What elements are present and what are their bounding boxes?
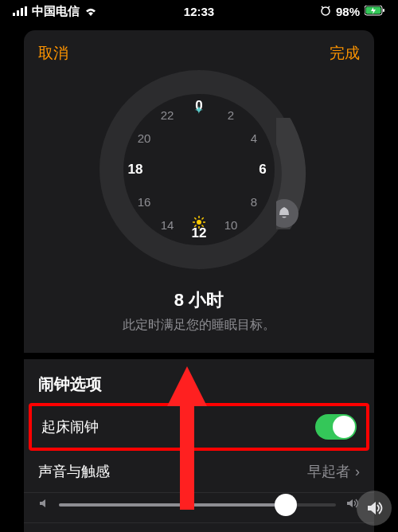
dial-hour-6: 6 [251, 162, 275, 178]
sound-haptics-value: 早起者 [307, 462, 350, 481]
done-button[interactable]: 完成 [330, 43, 360, 64]
dial-hour-8: 8 [242, 195, 266, 209]
snooze-row: 稍后提醒 [24, 523, 374, 532]
dial-hour-22: 22 [155, 108, 179, 122]
duration-subtitle: 此定时满足您的睡眠目标。 [40, 317, 358, 334]
dial-hour-18: 18 [123, 162, 147, 178]
dial-hour-14: 14 [155, 218, 179, 232]
sound-haptics-row[interactable]: 声音与触感 早起者 › [24, 451, 374, 493]
carrier-label: 中国电信 [32, 4, 80, 19]
battery-icon [365, 5, 385, 18]
alarm-icon [320, 5, 331, 18]
dial-hour-10: 10 [219, 218, 243, 232]
wake-alarm-label: 起床闹钟 [41, 417, 99, 436]
svg-rect-3 [25, 6, 27, 16]
dial-hour-2: 2 [219, 108, 243, 122]
status-time: 12:33 [184, 5, 214, 18]
wifi-icon [84, 5, 97, 18]
svg-line-6 [328, 6, 330, 8]
sun-icon [193, 216, 205, 231]
svg-line-16 [202, 225, 204, 227]
volume-slider-thumb[interactable] [275, 494, 297, 516]
svg-rect-0 [13, 13, 15, 16]
svg-line-18 [202, 217, 204, 219]
svg-rect-9 [383, 9, 384, 12]
sleep-dial[interactable]: 0 2 4 6 8 10 12 14 16 18 20 22 ✦ [100, 70, 298, 269]
sound-haptics-label: 声音与触感 [38, 462, 110, 481]
chevron-right-icon: › [355, 464, 360, 480]
battery-percent: 98% [336, 5, 360, 18]
stars-icon: ✦ [194, 104, 204, 116]
wake-alarm-row: 起床闹钟 [29, 403, 369, 451]
floating-speaker-icon[interactable] [357, 491, 392, 526]
wake-handle[interactable] [276, 118, 303, 221]
wake-alarm-toggle[interactable] [315, 414, 357, 440]
svg-line-15 [194, 217, 196, 219]
dial-hour-4: 4 [242, 131, 266, 145]
svg-line-17 [194, 225, 196, 227]
svg-point-10 [197, 220, 201, 225]
signal-icon [13, 5, 27, 18]
cancel-button[interactable]: 取消 [38, 43, 68, 64]
svg-line-5 [322, 6, 323, 8]
alarm-options-header: 闹钟选项 [24, 353, 374, 403]
volume-slider-row [24, 493, 374, 523]
volume-low-icon [38, 498, 49, 511]
svg-rect-2 [21, 8, 23, 16]
dial-hour-16: 16 [132, 195, 156, 209]
volume-slider[interactable] [59, 503, 336, 507]
dial-hour-20: 20 [132, 131, 156, 145]
svg-rect-1 [17, 10, 19, 16]
status-bar: 中国电信 12:33 98% [0, 0, 398, 22]
sleep-schedule-sheet: 取消 完成 0 2 4 6 8 10 12 14 16 18 20 22 ✦ [24, 30, 374, 532]
duration-label: 8 小时 [40, 288, 358, 312]
